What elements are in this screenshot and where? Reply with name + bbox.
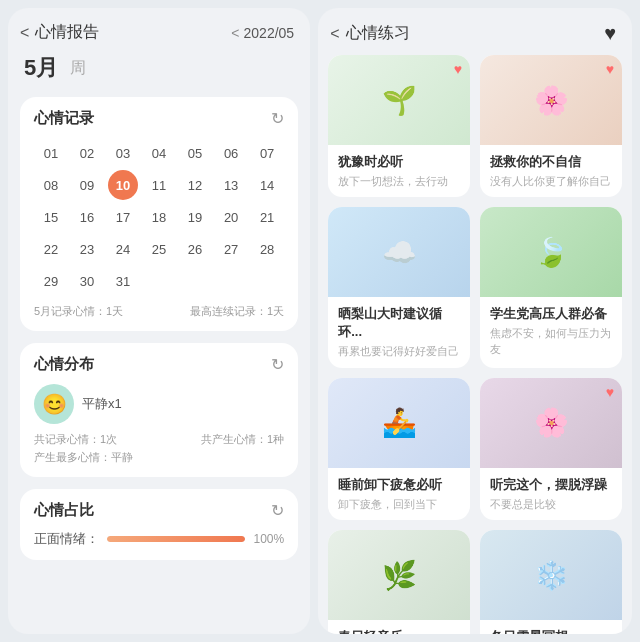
calendar-day[interactable]: 09: [72, 170, 102, 200]
back-arrow-icon[interactable]: <: [20, 24, 29, 42]
card-thumb-icon: 🍃: [534, 236, 569, 269]
calendar-day[interactable]: 20: [216, 202, 246, 232]
left-header: < 心情报告 < 2022/05: [8, 8, 310, 53]
calendar-day[interactable]: 16: [72, 202, 102, 232]
calendar-day[interactable]: 25: [144, 234, 174, 264]
proportion-label: 正面情绪：: [34, 530, 99, 548]
calendar-day[interactable]: 01: [36, 138, 66, 168]
mood-record-title: 心情记录: [34, 109, 94, 128]
card-item[interactable]: ❄️冬日雪景冥想宁静致远，内心平和: [480, 530, 622, 634]
calendar-day[interactable]: 12: [180, 170, 210, 200]
left-panel-title: 心情报告: [35, 22, 99, 43]
card-body: 学生党高压人群必备焦虑不安，如何与压力为友: [480, 297, 622, 365]
calendar-day[interactable]: 06: [216, 138, 246, 168]
proportion-refresh-icon[interactable]: ↻: [271, 501, 284, 520]
card-item[interactable]: 🌿春日轻音乐舒缓心情，放松身心: [328, 530, 470, 634]
calendar-day[interactable]: 28: [252, 234, 282, 264]
mood-record-header: 心情记录 ↻: [34, 109, 284, 128]
card-body: 睡前卸下疲惫必听卸下疲惫，回到当下: [328, 468, 470, 520]
card-body: 春日轻音乐舒缓心情，放松身心: [328, 620, 470, 634]
card-item[interactable]: 🍃学生党高压人群必备焦虑不安，如何与压力为友: [480, 207, 622, 367]
month-tab[interactable]: 5月: [24, 53, 58, 83]
right-panel: < 心情练习 ♥ 🌱♥犹豫时必听放下一切想法，去行动🌸♥拯救你的不自信没有人比你…: [318, 8, 632, 634]
calendar-day[interactable]: 24: [108, 234, 138, 264]
card-item[interactable]: 🌱♥犹豫时必听放下一切想法，去行动: [328, 55, 470, 197]
mood-distribution-section: 心情分布 ↻ 😊 平静x1 共记录心情：1次 共产生心情：1种 产生最多心情：平…: [20, 343, 298, 477]
calendar-stats: 5月记录心情：1天 最高连续记录：1天: [34, 304, 284, 319]
calendar-day[interactable]: 30: [72, 266, 102, 296]
card-subtitle: 不要总是比较: [490, 497, 612, 512]
mood-refresh-icon[interactable]: ↻: [271, 355, 284, 374]
card-title: 冬日雪景冥想: [490, 628, 612, 634]
card-thumb-icon: ☁️: [382, 236, 417, 269]
calendar-day[interactable]: 23: [72, 234, 102, 264]
card-thumbnail: 🌸♥: [480, 378, 622, 468]
calendar-day[interactable]: 18: [144, 202, 174, 232]
card-item[interactable]: 🚣睡前卸下疲惫必听卸下疲惫，回到当下: [328, 378, 470, 520]
calendar-day[interactable]: 13: [216, 170, 246, 200]
calendar-day[interactable]: [180, 266, 210, 296]
calendar-day[interactable]: 05: [180, 138, 210, 168]
calendar-day[interactable]: 22: [36, 234, 66, 264]
calendar-day[interactable]: 08: [36, 170, 66, 200]
card-title: 春日轻音乐: [338, 628, 460, 634]
right-back-arrow-icon[interactable]: <: [330, 25, 339, 43]
calendar-day[interactable]: 07: [252, 138, 282, 168]
calendar-day[interactable]: 27: [216, 234, 246, 264]
card-thumbnail: 🍃: [480, 207, 622, 297]
calendar-day[interactable]: 02: [72, 138, 102, 168]
right-panel-title: 心情练习: [346, 23, 410, 44]
right-header: < 心情练习 ♥: [318, 8, 632, 55]
card-body: 拯救你的不自信没有人比你更了解你自己: [480, 145, 622, 197]
calendar-grid: 0102030405060708091011121314151617181920…: [34, 138, 284, 296]
card-subtitle: 焦虑不安，如何与压力为友: [490, 326, 612, 357]
calendar-day[interactable]: 26: [180, 234, 210, 264]
calendar-day[interactable]: 29: [36, 266, 66, 296]
card-heart-badge-icon: ♥: [606, 384, 614, 400]
card-item[interactable]: 🌸♥拯救你的不自信没有人比你更了解你自己: [480, 55, 622, 197]
calendar-day[interactable]: 11: [144, 170, 174, 200]
calendar-day[interactable]: [216, 266, 246, 296]
card-title: 学生党高压人群必备: [490, 305, 612, 323]
calendar-day[interactable]: 21: [252, 202, 282, 232]
card-item[interactable]: ☁️晒梨山大时建议循环...再累也要记得好好爱自己: [328, 207, 470, 367]
mood-emoji-circle: 😊: [34, 384, 74, 424]
card-thumb-icon: 🌿: [382, 559, 417, 592]
refresh-icon[interactable]: ↻: [271, 109, 284, 128]
card-item[interactable]: 🌸♥听完这个，摆脱浮躁不要总是比较: [480, 378, 622, 520]
card-subtitle: 再累也要记得好好爱自己: [338, 344, 460, 359]
month-nav-arrow-icon[interactable]: <: [231, 25, 239, 41]
proportion-bar: [107, 536, 245, 542]
mood-primary: 产生最多心情：平静: [34, 450, 284, 465]
card-heart-badge-icon: ♥: [606, 61, 614, 77]
calendar-day[interactable]: [144, 266, 174, 296]
mood-distribution-title: 心情分布: [34, 355, 94, 374]
week-tab[interactable]: 周: [70, 58, 86, 79]
proportion-bar-fill: [107, 536, 245, 542]
calendar-day[interactable]: [252, 266, 282, 296]
calendar-day[interactable]: 31: [108, 266, 138, 296]
mood-stat-left: 共记录心情：1次: [34, 432, 117, 447]
calendar-day[interactable]: 10: [108, 170, 138, 200]
card-thumb-icon: 🌸: [534, 406, 569, 439]
card-subtitle: 放下一切想法，去行动: [338, 174, 460, 189]
card-thumbnail: ❄️: [480, 530, 622, 620]
calendar-day[interactable]: 15: [36, 202, 66, 232]
month-nav[interactable]: < 2022/05: [231, 25, 294, 41]
mood-emoji-row: 😊 平静x1: [34, 384, 284, 424]
heart-icon[interactable]: ♥: [604, 22, 616, 45]
mood-stat-right: 共产生心情：1种: [201, 432, 284, 447]
proportion-pct: 100%: [253, 532, 284, 546]
card-body: 冬日雪景冥想宁静致远，内心平和: [480, 620, 622, 634]
card-thumb-icon: ❄️: [534, 559, 569, 592]
calendar-day[interactable]: 17: [108, 202, 138, 232]
calendar-day[interactable]: 03: [108, 138, 138, 168]
card-heart-badge-icon: ♥: [454, 61, 462, 77]
month-tabs: 5月 周: [8, 53, 310, 91]
calendar-day[interactable]: 14: [252, 170, 282, 200]
stat-right: 最高连续记录：1天: [190, 304, 284, 319]
calendar-day[interactable]: 19: [180, 202, 210, 232]
card-thumb-icon: 🌱: [382, 84, 417, 117]
calendar-day[interactable]: 04: [144, 138, 174, 168]
left-panel: < 心情报告 < 2022/05 5月 周 心情记录 ↻ 01020304050…: [8, 8, 310, 634]
